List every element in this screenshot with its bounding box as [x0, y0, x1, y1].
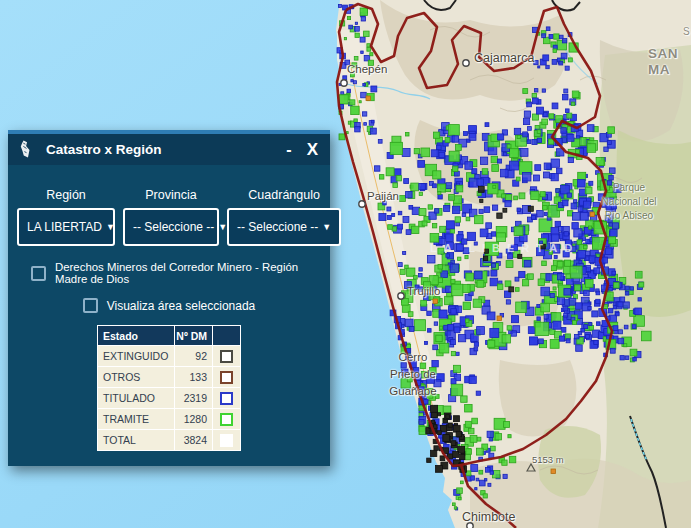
cell-estado: OTROS: [98, 367, 175, 388]
region-dropdown-value: LA LIBERTAD: [27, 220, 102, 234]
cell-swatch: [213, 346, 241, 367]
cuadrangulo-label: Cuadrángulo: [227, 188, 341, 202]
legend-swatch-tramite[interactable]: [220, 413, 233, 426]
filter-cuadrangulo: Cuadrángulo -- Seleccione -- ▼: [227, 188, 341, 246]
cuadrangulo-dropdown[interactable]: -- Seleccione -- ▼: [227, 208, 341, 246]
panel-title: Catastro x Región: [46, 142, 162, 157]
legend-swatch-total: [220, 434, 233, 447]
filter-region: Región LA LIBERTAD ▼: [17, 188, 115, 246]
peru-map-icon: [20, 140, 33, 159]
table-row: EXTINGUIDO 92: [98, 346, 241, 367]
marker-cajamarca: [463, 60, 469, 66]
cell-estado: EXTINGUIDO: [98, 346, 175, 367]
cell-swatch: [213, 430, 241, 451]
corridor-checkbox[interactable]: [31, 266, 46, 281]
minimize-button[interactable]: -: [286, 142, 291, 158]
cell-ndm: 1280: [175, 409, 213, 430]
cell-ndm: 133: [175, 367, 213, 388]
marker-trujillo: [398, 293, 404, 299]
legend-swatch-otros[interactable]: [220, 371, 233, 384]
header-swatch: [213, 326, 241, 346]
header-ndm: Nº DM: [175, 326, 213, 346]
header-estado: Estado: [98, 326, 175, 346]
catastro-panel: Catastro x Región - X Región LA LIBERTAD…: [8, 130, 330, 466]
cell-estado: TRAMITE: [98, 409, 175, 430]
panel-titlebar[interactable]: Catastro x Región - X: [8, 134, 330, 165]
cell-ndm: 2319: [175, 388, 213, 409]
cell-ndm: 3824: [175, 430, 213, 451]
marker-chepen: [341, 80, 347, 86]
chevron-down-icon: ▼: [218, 222, 227, 232]
area-checkbox[interactable]: [83, 298, 98, 313]
legend-swatch-extinguido[interactable]: [220, 350, 233, 363]
area-checkbox-label: Visualiza área seleccionada: [107, 299, 256, 313]
chevron-down-icon: ▼: [322, 222, 331, 232]
cell-swatch: [213, 409, 241, 430]
filters-row: Región LA LIBERTAD ▼ Provincia -- Selecc…: [17, 188, 321, 246]
provincia-dropdown-value: -- Seleccione --: [133, 220, 214, 234]
table-row: TITULADO 2319: [98, 388, 241, 409]
region-dropdown[interactable]: LA LIBERTAD ▼: [17, 208, 115, 246]
legend-swatch-titulado[interactable]: [220, 392, 233, 405]
provincia-dropdown[interactable]: -- Seleccione -- ▼: [123, 208, 219, 246]
cell-swatch: [213, 367, 241, 388]
provincia-label: Provincia: [123, 188, 219, 202]
cell-swatch: [213, 388, 241, 409]
cell-ndm: 92: [175, 346, 213, 367]
filter-provincia: Provincia -- Seleccione -- ▼: [123, 188, 219, 246]
region-label: Región: [17, 188, 115, 202]
area-checkbox-row: Visualiza área seleccionada: [8, 298, 330, 313]
corridor-checkbox-label: Derechos Mineros del Corredor Minero - R…: [55, 261, 322, 285]
corridor-checkbox-row: Derechos Mineros del Corredor Minero - R…: [31, 261, 322, 285]
cell-estado: TOTAL: [98, 430, 175, 451]
table-row: TRAMITE 1280: [98, 409, 241, 430]
table-header-row: Estado Nº DM: [98, 326, 241, 346]
table-row: OTROS 133: [98, 367, 241, 388]
app-window: Cajamarca Chepén Paiján Trujillo Cerro P…: [0, 0, 691, 528]
close-button[interactable]: X: [307, 141, 318, 158]
marker-chimbote: [467, 523, 473, 528]
table-row: TOTAL 3824: [98, 430, 241, 451]
chevron-down-icon: ▼: [106, 222, 115, 232]
cell-estado: TITULADO: [98, 388, 175, 409]
marker-paijan: [359, 201, 365, 207]
cuadrangulo-dropdown-value: -- Seleccione --: [237, 220, 318, 234]
estado-table: Estado Nº DM EXTINGUIDO 92 OTROS 133 TI: [97, 325, 241, 451]
